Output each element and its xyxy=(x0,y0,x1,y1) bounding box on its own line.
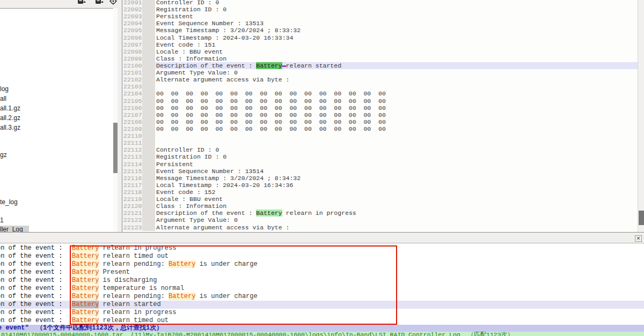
log-line[interactable]: 22113Registration ID : 0 xyxy=(122,153,638,160)
log-line[interactable]: 22100Description of the event : Battery … xyxy=(122,62,638,69)
result-row[interactable]: on of the event :Battery relearn started xyxy=(0,301,644,309)
file-match-text: 01410M617000015-00040000-1600.tar (11)My… xyxy=(1,332,514,336)
log-line[interactable]: 22110 xyxy=(122,132,638,139)
log-line[interactable]: 22096Local Timestamp : 2024-03-20 16:33:… xyxy=(122,34,638,41)
log-line[interactable]: 22123Alternate argument access via byte … xyxy=(122,224,638,231)
log-line[interactable]: 22092Registration ID : 0 xyxy=(122,6,638,13)
bookmark-margin xyxy=(142,62,155,69)
search-match: Battery xyxy=(72,293,99,300)
result-row-label: on of the event : xyxy=(0,301,62,309)
log-line[interactable]: 22116Message Timestamp : 3/20/2024 ; 8:3… xyxy=(122,175,638,182)
line-text: Locale : BBU event xyxy=(155,196,638,203)
log-line[interactable]: 22121Description of the event : Battery … xyxy=(122,210,638,216)
log-line[interactable]: 22120Class : Information xyxy=(122,203,638,210)
line-number: 22098 xyxy=(122,48,142,55)
log-line[interactable]: 2210500 00 00 00 00 00 00 00 00 00 00 00… xyxy=(122,98,638,104)
log-line[interactable]: 22111 xyxy=(122,139,638,146)
result-row-label: on of the event : xyxy=(0,260,62,268)
bookmark-margin xyxy=(142,27,155,34)
bookmark-margin xyxy=(142,161,155,168)
close-icon[interactable]: ✕ xyxy=(635,235,642,242)
result-row-text: Battery temperature is normal xyxy=(72,285,184,293)
file-item[interactable]: all.3.gz xyxy=(0,124,25,132)
file-list-scrollbar[interactable] xyxy=(113,8,118,232)
file-item[interactable]: all xyxy=(0,95,11,103)
log-line[interactable]: 22122Argument Type Value: 0 xyxy=(122,216,638,223)
log-line[interactable]: 22114Persistent xyxy=(122,161,638,168)
bookmark-margin xyxy=(142,139,155,146)
log-line[interactable]: 22095Message Timestamp : 3/20/2024 ; 8:3… xyxy=(122,27,638,34)
log-line[interactable]: 22097Event code : 151 xyxy=(122,41,638,48)
editor-scrollbar-thumb[interactable] xyxy=(639,211,644,225)
search-match: Battery xyxy=(72,268,99,276)
line-text: Description of the event : Battery relea… xyxy=(155,210,638,216)
export-log-icon-2[interactable] xyxy=(94,0,104,6)
line-number: 22097 xyxy=(122,41,142,48)
log-text-editor[interactable]: 22091Controller ID : 022092Registration … xyxy=(122,0,638,232)
line-number: 22120 xyxy=(122,203,142,210)
log-line[interactable]: 2210900 00 00 00 00 00 00 00 00 00 00 00… xyxy=(122,125,638,132)
log-line[interactable]: 22099Class : Information xyxy=(122,55,638,62)
result-row[interactable]: on of the event :Battery relearn timed o… xyxy=(0,252,644,260)
log-line[interactable]: 22119Locale : BBU event xyxy=(122,196,638,203)
line-text: Event code : 152 xyxy=(155,189,638,196)
line-number: 22109 xyxy=(122,125,142,132)
log-line[interactable]: 2210400 00 00 00 00 00 00 00 00 00 00 00… xyxy=(122,90,638,97)
file-item[interactable]: gz xyxy=(0,151,11,159)
bookmark-margin xyxy=(142,146,155,153)
line-number: 22123 xyxy=(122,224,142,231)
result-row[interactable]: on of the event :Battery relearn pending… xyxy=(0,260,644,268)
line-text: Event code : 151 xyxy=(155,41,638,48)
result-row[interactable]: on of the event :Battery relearn timed o… xyxy=(0,317,644,325)
log-line[interactable]: 22091Controller ID : 0 xyxy=(122,0,638,6)
file-list-scrollbar-thumb[interactable] xyxy=(113,123,118,173)
file-item[interactable]: all.2.gz xyxy=(0,114,25,122)
bookmark-margin xyxy=(142,13,155,20)
result-row-label: on of the event : xyxy=(0,285,62,293)
log-line[interactable]: 22094Event Sequence Number : 13513 xyxy=(122,20,638,27)
log-line[interactable]: 22118Event code : 152 xyxy=(122,189,638,196)
result-row[interactable]: on of the event :Battery is discharging xyxy=(0,277,644,285)
line-number: 22107 xyxy=(122,111,142,118)
line-text: Persistent xyxy=(155,13,638,20)
line-number: 22099 xyxy=(122,55,142,62)
line-number: 22096 xyxy=(122,34,142,41)
bookmark-margin xyxy=(142,224,155,231)
result-row[interactable]: on of the event :Battery temperature is … xyxy=(0,285,644,293)
log-line[interactable]: 22112Controller ID : 0 xyxy=(122,146,638,153)
file-item[interactable]: te_log xyxy=(0,198,22,206)
line-text-segment: Locale : BBU event xyxy=(156,196,223,203)
log-line[interactable]: 22098Locale : BBU event xyxy=(122,48,638,55)
result-row[interactable]: on of the event :Battery relearn pending… xyxy=(0,293,644,301)
result-row-label: on of the event : xyxy=(0,268,62,277)
log-line[interactable]: 22101Argument Type Value: 0 xyxy=(122,69,638,76)
file-item[interactable]: 1 xyxy=(0,216,8,225)
line-text: Class : Information xyxy=(155,55,638,62)
line-text-segment: Local Timestamp : 2024-03-20 16:34:36 xyxy=(156,182,293,189)
result-row[interactable]: on of the event :Battery Present xyxy=(0,268,644,277)
file-item[interactable]: ller_Log xyxy=(0,226,29,232)
editor-scrollbar[interactable] xyxy=(638,0,644,232)
bookmark-margin xyxy=(142,118,155,125)
log-line[interactable]: 22102Alternate argument access via byte … xyxy=(122,76,638,83)
log-line[interactable]: 22115Event Sequence Number : 13514 xyxy=(122,168,638,175)
result-row[interactable]: on of the event :Battery relearn in prog… xyxy=(0,244,644,252)
line-number: 22093 xyxy=(122,13,142,20)
file-item[interactable]: all.1.gz xyxy=(0,104,25,113)
line-number: 22117 xyxy=(122,182,142,189)
file-item[interactable]: log xyxy=(0,85,13,93)
line-text-segment: Registration ID : 0 xyxy=(156,153,226,160)
log-line[interactable]: 2210800 00 00 00 00 00 00 00 00 00 00 00… xyxy=(122,118,638,125)
log-line[interactable]: 22093Persistent xyxy=(122,13,638,20)
search-results-list[interactable]: on of the event :Battery relearn in prog… xyxy=(0,244,644,325)
line-text-segment: Event Sequence Number : 13513 xyxy=(156,20,264,27)
log-line[interactable]: 22117Local Timestamp : 2024-03-20 16:34:… xyxy=(122,182,638,189)
log-line[interactable]: 22103 xyxy=(122,83,638,90)
bookmark-margin xyxy=(142,111,155,118)
target-icon[interactable] xyxy=(109,0,119,6)
result-row[interactable]: on of the event :Battery relearn in prog… xyxy=(0,309,644,317)
log-line[interactable]: 2210700 00 00 00 00 00 00 00 00 00 00 00… xyxy=(122,111,638,118)
export-log-icon[interactable] xyxy=(77,0,86,6)
log-line[interactable]: 2210600 00 00 00 00 00 00 00 00 00 00 00… xyxy=(122,104,638,111)
bookmark-margin xyxy=(142,76,155,83)
